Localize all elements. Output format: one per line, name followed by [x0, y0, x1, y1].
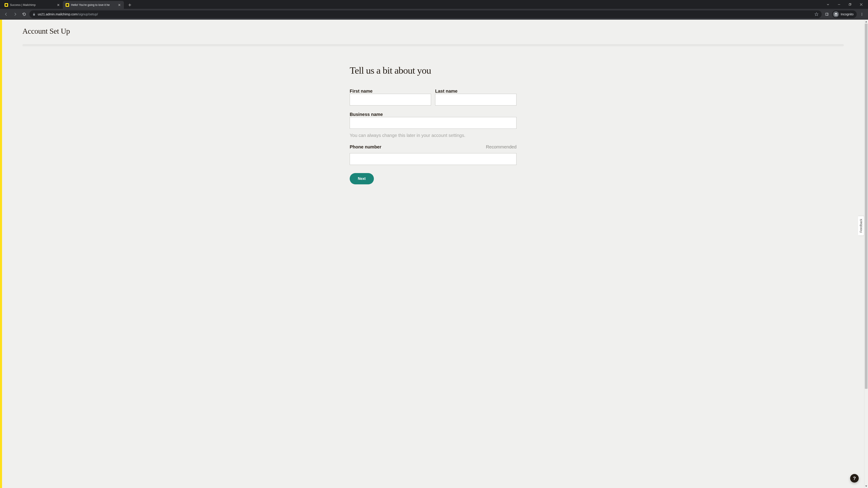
- tab-inactive[interactable]: Success | Mailchimp: [2, 1, 63, 9]
- close-icon[interactable]: [57, 3, 60, 7]
- incognito-label: Incognito: [841, 12, 854, 16]
- progress-bar: [22, 44, 844, 46]
- feedback-tab[interactable]: Feedback: [858, 216, 864, 235]
- page-title: Account Set Up: [22, 27, 844, 35]
- chevron-down-icon[interactable]: [823, 1, 833, 8]
- lock-icon: [33, 13, 35, 16]
- mailchimp-favicon: [66, 3, 69, 7]
- business-name-label: Business name: [350, 112, 517, 117]
- minimize-button[interactable]: [834, 1, 844, 8]
- forward-button[interactable]: [11, 10, 19, 18]
- phone-label: Phone number: [350, 144, 381, 150]
- address-bar: us21.admin.mailchimp.com/signup/setup/ I…: [0, 9, 868, 20]
- last-name-input[interactable]: [435, 94, 517, 105]
- back-button[interactable]: [2, 10, 10, 18]
- phone-recommended-label: Recommended: [486, 144, 517, 150]
- business-name-helper: You can always change this later in your…: [350, 133, 517, 138]
- svg-rect-9: [849, 4, 850, 5]
- phone-input[interactable]: [350, 153, 517, 165]
- scrollbar-thumb[interactable]: [865, 24, 868, 389]
- url-text: us21.admin.mailchimp.com/signup/setup/: [38, 12, 98, 16]
- svg-marker-18: [865, 21, 867, 22]
- incognito-icon: [833, 11, 839, 17]
- svg-marker-19: [865, 486, 867, 487]
- side-panel-icon[interactable]: [823, 10, 831, 18]
- last-name-label: Last name: [435, 89, 517, 94]
- tab-title: Hello! You're going to love it he: [71, 3, 116, 6]
- business-name-input[interactable]: [350, 117, 517, 129]
- scroll-down-arrow-icon[interactable]: [864, 484, 868, 488]
- svg-point-16: [862, 14, 862, 14]
- new-tab-button[interactable]: [127, 2, 133, 8]
- scroll-up-arrow-icon[interactable]: [864, 20, 868, 24]
- svg-point-15: [862, 13, 862, 13]
- first-name-input[interactable]: [350, 94, 431, 105]
- help-button[interactable]: ?: [850, 474, 859, 483]
- maximize-button[interactable]: [845, 1, 855, 8]
- incognito-badge[interactable]: Incognito: [832, 10, 857, 18]
- accent-bar: [0, 20, 2, 488]
- bookmark-star-icon[interactable]: [814, 12, 818, 16]
- close-window-button[interactable]: [856, 1, 866, 8]
- svg-point-0: [5, 4, 7, 6]
- svg-rect-13: [826, 13, 828, 15]
- vertical-scrollbar[interactable]: [864, 20, 868, 488]
- tab-active[interactable]: Hello! You're going to love it he: [63, 1, 124, 9]
- next-button[interactable]: Next: [350, 173, 374, 184]
- menu-dots-icon[interactable]: [858, 10, 866, 18]
- form-heading: Tell us a bit about you: [350, 65, 517, 76]
- reload-button[interactable]: [20, 10, 28, 18]
- window-controls: [823, 1, 868, 8]
- svg-marker-12: [815, 13, 818, 16]
- tab-bar: Success | Mailchimp Hello! You're going …: [0, 0, 868, 9]
- tab-title: Success | Mailchimp: [10, 3, 55, 6]
- svg-point-17: [862, 15, 862, 15]
- first-name-label: First name: [350, 89, 431, 94]
- url-input[interactable]: us21.admin.mailchimp.com/signup/setup/: [29, 10, 822, 18]
- svg-point-3: [66, 4, 68, 6]
- close-icon[interactable]: [118, 3, 121, 7]
- mailchimp-favicon: [4, 3, 8, 7]
